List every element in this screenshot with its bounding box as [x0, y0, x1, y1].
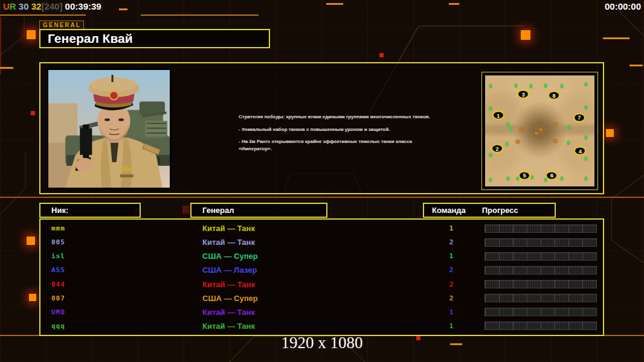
decor-square-orange: [29, 294, 36, 301]
map-resource-orange: [520, 129, 523, 132]
player-progress-bar: [485, 322, 597, 330]
player-progress-bar: [485, 308, 597, 316]
match-clock: 00:00:00: [605, 1, 641, 11]
map-resource-green: [567, 141, 570, 145]
decor-square-orange: [606, 129, 614, 137]
map-spawn-point: 2: [491, 144, 503, 153]
player-row: 005Китай — Танк2: [40, 237, 603, 249]
map-resource-green: [544, 178, 547, 182]
map-resource-orange: [539, 129, 543, 132]
map-spawn-point: 5: [518, 171, 530, 180]
map-resource-green: [506, 142, 508, 146]
map-resource-green: [585, 157, 587, 160]
map-resource-green: [489, 107, 492, 110]
player-nick: 005: [40, 238, 202, 246]
decor-square-orange: [27, 237, 35, 245]
player-nick: 044: [40, 281, 202, 288]
decor-square-red: [31, 111, 35, 115]
player-team: 1: [442, 322, 460, 330]
map-resource-green: [489, 178, 492, 182]
player-general: Китай — Танк: [202, 224, 442, 233]
player-nick: UMO: [40, 308, 202, 316]
status-part: R: [10, 1, 16, 11]
map-resource-green: [585, 136, 587, 139]
player-team: 2: [442, 266, 460, 274]
map-resource-green: [531, 176, 533, 179]
player-general: Китай — Танк: [202, 238, 442, 247]
column-header-general: Генерал: [190, 203, 327, 218]
player-progress-bar: [485, 252, 597, 261]
player-nick: 007: [40, 294, 202, 302]
player-general: Китай — Танк: [202, 280, 442, 289]
resolution-label: 1920 x 1080: [0, 334, 644, 352]
map-resource-green: [544, 84, 547, 87]
minimap: 12345678: [485, 75, 594, 186]
player-nick: mmm: [40, 224, 202, 232]
session-status-text: UR 30 32[240] 00:39:39: [3, 1, 101, 11]
decor-square-orange: [521, 30, 530, 40]
general-kwai-portrait: [47, 68, 172, 189]
map-resource-green: [510, 127, 512, 130]
general-info-panel: Стратегия победы: крупные атаки едиными …: [39, 62, 604, 194]
player-nick: qqq: [40, 322, 202, 330]
map-spawn-point: 7: [573, 113, 585, 122]
status-part: U: [3, 1, 10, 11]
edge-accent-line: [0, 17, 1, 74]
map-resource-green: [515, 84, 517, 87]
general-tag-label: GENERAL: [39, 21, 84, 30]
player-row: qqqКитай — Танк1: [40, 320, 603, 332]
column-header-progress: Прогресс: [482, 206, 518, 215]
player-general: США — Лазер: [202, 265, 442, 275]
map-resource-green: [585, 177, 587, 180]
decor-dash: [119, 8, 127, 10]
player-team: 2: [442, 281, 460, 288]
player-row: 044Китай — Танк2: [40, 278, 603, 290]
map-resource-green: [585, 83, 587, 86]
description-line: - На 3м Ранге открываются крайне эффекти…: [239, 138, 438, 152]
map-resource-green: [507, 122, 509, 126]
player-row: ASSСША — Лазер2: [40, 264, 603, 276]
status-part: [240]: [41, 1, 62, 11]
map-resource-green: [489, 84, 492, 88]
decor-dash: [0, 67, 13, 69]
player-row: 007США — Супер2: [40, 292, 603, 304]
player-general: Китай — Танк: [202, 322, 442, 331]
map-resource-green: [568, 125, 570, 129]
map-spawn-point: 4: [574, 147, 586, 156]
player-list: mmmКитай — Танк1005Китай — Танк2islСША —…: [39, 218, 604, 336]
player-team: 2: [442, 294, 460, 302]
player-team: 1: [442, 308, 460, 316]
map-resource-green: [507, 177, 509, 180]
map-resource-green: [489, 153, 492, 157]
map-spawn-point: 6: [546, 171, 558, 180]
description-line: - Уникальный набор танков с повышенным у…: [239, 126, 438, 133]
player-row: mmmКитай — Танк1: [40, 223, 603, 235]
decor-dash: [630, 65, 643, 66]
map-resource-green: [530, 84, 532, 88]
status-part: 00:39:39: [62, 1, 101, 11]
status-part: 32: [29, 1, 42, 11]
decor-square-orange: [27, 30, 36, 39]
hud-underline: [0, 14, 86, 16]
description-line: Стратегия победы: крупные атаки едиными …: [239, 113, 438, 121]
map-spawn-point: 1: [492, 111, 504, 120]
general-description: Стратегия победы: крупные атаки едиными …: [239, 113, 438, 157]
decor-square-maroon: [182, 206, 189, 214]
column-header-team-progress: Команда Прогресс: [423, 203, 556, 218]
map-resource-orange: [535, 132, 538, 135]
player-progress-bar: [485, 238, 597, 247]
map-spawn-point: 8: [548, 91, 560, 100]
player-general: Китай — Танк: [202, 308, 442, 317]
player-team: 2: [442, 238, 460, 246]
player-progress-bar: [485, 280, 597, 288]
player-team: 1: [442, 252, 460, 260]
decor-dash: [449, 3, 459, 5]
player-team: 1: [442, 224, 460, 232]
player-progress-bar: [485, 224, 597, 233]
column-header-nick: Ник:: [39, 203, 141, 218]
player-general: США — Супер: [202, 294, 442, 303]
map-resource-green: [561, 84, 563, 88]
player-general: США — Супер: [202, 252, 442, 261]
player-row: islСША — Супер1: [40, 250, 603, 262]
status-part: 30: [16, 1, 29, 11]
